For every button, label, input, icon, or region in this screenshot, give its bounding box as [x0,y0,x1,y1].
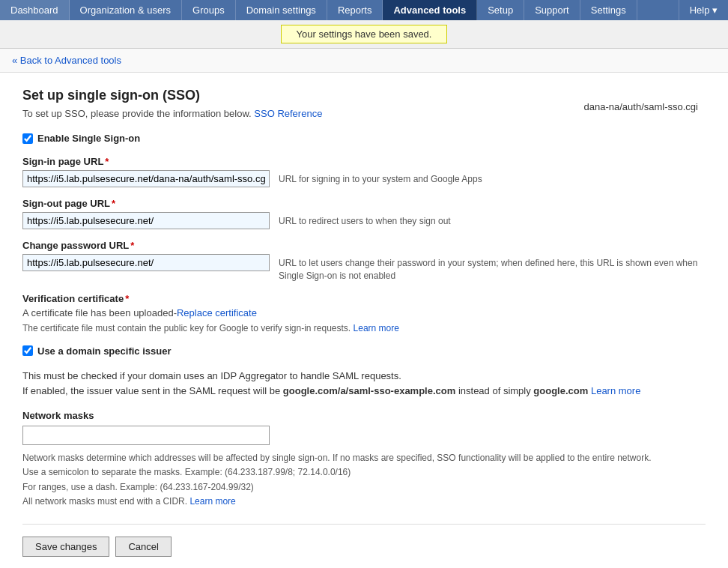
change-pwd-url-group: Change password URL* URL to let users ch… [22,240,706,283]
sign-out-url-group: Sign-out page URL* URL to redirect users… [22,198,706,229]
sign-out-url-label: Sign-out page URL* [22,198,706,209]
enable-sso-label: Enable Single Sign-on [37,133,140,144]
nav-advanced-tools[interactable]: Advanced tools [383,0,477,20]
verification-cert-section: Verification certificate* A certificate … [22,293,706,333]
domain-issuer-bold2: google.com [533,385,588,396]
sign-in-url-input[interactable] [22,170,270,187]
cert-status: A certificate file has been uploaded-Rep… [22,307,706,318]
nav-help[interactable]: Help ▾ [679,0,728,20]
sso-reference-link[interactable]: SSO Reference [254,108,322,119]
nav-groups[interactable]: Groups [182,0,236,20]
back-to-advanced-tools-link[interactable]: « Back to Advanced tools [12,55,121,66]
network-masks-input[interactable] [22,426,270,445]
sign-out-url-row: URL to redirect users to when they sign … [22,212,706,229]
network-masks-title: Network masks [22,410,706,421]
domain-issuer-text: This must be checked if your domain uses… [22,369,706,400]
nav-org-users[interactable]: Organization & users [70,0,182,20]
domain-issuer-section: Use a domain specific issuer This must b… [22,345,706,400]
domain-issuer-checkbox[interactable] [22,345,33,356]
cert-note: The certificate file must contain the pu… [22,323,706,333]
change-pwd-url-label: Change password URL* [22,240,706,251]
change-pwd-url-desc: URL to let users change their password i… [279,254,706,283]
domain-issuer-learn-more-link[interactable]: Learn more [591,385,640,396]
sign-in-url-row: URL for signing in to your system and Go… [22,170,706,187]
banner-message: Your settings have been saved. [281,25,448,43]
navigation: Dashboard Organization & users Groups Do… [0,0,728,20]
network-masks-section: Network masks Network masks determine wh… [22,410,706,509]
cert-title: Verification certificate* [22,293,706,304]
sign-out-url-input[interactable] [22,212,270,229]
nav-reports[interactable]: Reports [327,0,383,20]
sign-out-url-desc: URL to redirect users to when they sign … [279,212,706,228]
cert-learn-more-link[interactable]: Learn more [354,323,399,333]
network-learn-more-link[interactable]: Learn more [189,496,235,507]
nav-settings[interactable]: Settings [580,0,637,20]
network-masks-desc: Network masks determine which addresses … [22,451,706,509]
nav-support[interactable]: Support [524,0,580,20]
sign-in-url-desc: URL for signing in to your system and Go… [279,170,706,186]
change-pwd-url-row: URL to let users change their password i… [22,254,706,283]
settings-banner: Your settings have been saved. [0,20,728,49]
sign-in-url-group: Sign-in page URL* URL for signing in to … [22,156,706,187]
save-changes-button[interactable]: Save changes [22,537,109,557]
change-pwd-url-input[interactable] [22,254,270,271]
enable-sso-checkbox[interactable] [22,133,33,144]
sso-url-display: dana-na/auth/saml-sso.cgi [584,101,698,112]
enable-sso-row: Enable Single Sign-on [22,133,706,144]
replace-certificate-link[interactable]: Replace certificate [177,307,257,318]
nav-dashboard[interactable]: Dashboard [0,0,70,20]
nav-domain-settings[interactable]: Domain settings [236,0,327,20]
back-link-container: « Back to Advanced tools [0,49,728,73]
domain-issuer-row: Use a domain specific issuer [22,345,706,357]
domain-issuer-label: Use a domain specific issuer [37,345,171,357]
nav-setup[interactable]: Setup [477,0,524,20]
main-content: Set up single sign-on (SSO) To set up SS… [0,73,728,568]
sign-in-url-label: Sign-in page URL* [22,156,706,167]
domain-issuer-bold: google.com/a/saml-sso-example.com [283,385,455,396]
cancel-button[interactable]: Cancel [115,537,171,557]
button-row: Save changes Cancel [22,524,706,557]
